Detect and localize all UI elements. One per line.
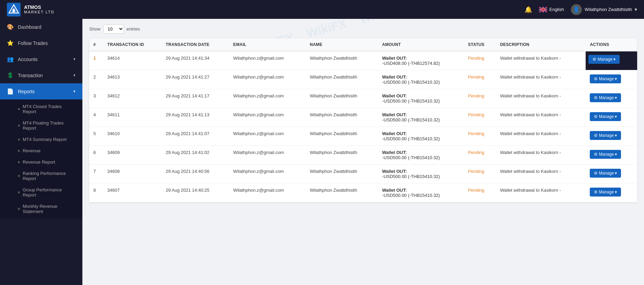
col-num: # (89, 38, 103, 51)
table-row: 4 34611 29 Aug 2021 14:41:13 Wilathphon.… (89, 108, 637, 127)
dot-icon (18, 161, 20, 163)
cell-email: Wilathphon.z@gmail.com (229, 108, 306, 127)
col-actions: ACTIONS (586, 38, 637, 51)
topbar-right: 🔔 English 👤 Wilathphon Zwattdhisith ▾ (525, 4, 637, 15)
manage-button[interactable]: ⚙ Manage ▾ (590, 150, 621, 159)
submenu-mt4-floating[interactable]: MT4 Floating Trades Report (0, 117, 82, 134)
cell-email: Wilathphon.z@gmail.com (229, 127, 306, 146)
cell-email: Wilathphon.z@gmail.com (229, 51, 306, 70)
col-name: NAME (306, 38, 378, 51)
cell-amount: Wallet OUT: -USD500.00 (-THB15410.32) (378, 183, 464, 202)
cell-status: Pending (464, 165, 496, 183)
table-row: 5 34610 29 Aug 2021 14:41:07 Wilathphon.… (89, 127, 637, 146)
sidebar-item-follow-trades[interactable]: ⭐ Follow Trades (0, 35, 82, 51)
manage-button[interactable]: ⚙ Manage ▾ (590, 131, 621, 140)
cell-num: 8 (89, 183, 103, 202)
submenu-mt4-summary[interactable]: MT4 Summary Report (0, 134, 82, 145)
cell-transaction-date: 29 Aug 2021 14:41:13 (162, 108, 229, 127)
bell-icon[interactable]: 🔔 (525, 6, 532, 13)
sidebar-item-label: Follow Trades (18, 40, 76, 46)
cell-num: 3 (89, 89, 103, 108)
manage-button[interactable]: ⚙ Manage ▾ (590, 169, 621, 178)
dashboard-icon: 🎨 (7, 24, 14, 30)
table-row: 1 34614 29 Aug 2021 14:41:34 Wilathphon.… (89, 51, 637, 70)
cell-actions: ⚙ Manage ▾ (586, 146, 637, 165)
sidebar-item-reports[interactable]: 📄 Reports ▾ (0, 83, 82, 99)
user-chevron: ▾ (635, 7, 637, 12)
dot-icon (18, 108, 20, 110)
cell-actions: ⚙ Manage ▾ (586, 51, 637, 70)
submenu-group-performance[interactable]: Group Performance Report (0, 184, 82, 201)
cell-email: Wilathphon.z@gmail.com (229, 89, 306, 108)
submenu-ranking-performance[interactable]: Ranking Performance Report (0, 168, 82, 184)
cell-num: 5 (89, 127, 103, 146)
cell-description: Wallet withdrawal to Kasikorn - (496, 70, 586, 89)
dot-icon (18, 124, 20, 127)
cell-description: Wallet withdrawal to Kasikorn - (496, 183, 586, 202)
logo-icon (7, 3, 21, 16)
manage-button[interactable]: ⚙ Manage ▾ (588, 55, 620, 64)
user-avatar: 👤 (571, 4, 582, 15)
language-label: English (549, 7, 564, 12)
user-info[interactable]: 👤 Wilathphon Zwattdhisith ▾ (571, 4, 637, 15)
cell-description: Wallet withdrawal to Kasikorn - (496, 146, 586, 165)
show-entries-row: Show 10 25 50 100 entries (89, 24, 637, 34)
cell-num: 7 (89, 165, 103, 183)
entries-label: entries (127, 26, 140, 32)
col-transaction-id: TRANSACTION ID (103, 38, 162, 51)
sidebar-item-transaction[interactable]: 💲 Transaction ▾ (0, 67, 82, 83)
entries-select[interactable]: 10 25 50 100 (103, 24, 124, 34)
sidebar-item-accounts[interactable]: 👥 Accounts ▾ (0, 51, 82, 67)
col-email: EMAIL (229, 38, 306, 51)
cell-transaction-id: 34614 (103, 51, 162, 70)
table-header-row: # TRANSACTION ID TRANSACTION DATE EMAIL … (89, 38, 637, 51)
cell-transaction-id: 34608 (103, 165, 162, 183)
logo-text: ATMOS MARKET LTD (24, 4, 55, 15)
table-row: 2 34613 29 Aug 2021 14:41:27 Wilathphon.… (89, 70, 637, 89)
cell-name: Wilathphon Zwattdhisith (306, 183, 378, 202)
cell-status: Pending (464, 89, 496, 108)
flag-icon (539, 7, 547, 12)
logo: ATMOS MARKET LTD (7, 3, 55, 16)
sidebar-item-dashboard[interactable]: 🎨 Dashboard (0, 19, 82, 35)
accounts-chevron: ▾ (73, 57, 76, 61)
cell-amount: Wallet OUT: -USD500.00 (-THB15410.32) (378, 108, 464, 127)
cell-description: Wallet withdrawal to Kasikorn - (496, 165, 586, 183)
cell-transaction-id: 34607 (103, 183, 162, 202)
manage-button[interactable]: ⚙ Manage ▾ (590, 74, 621, 83)
svg-rect-3 (13, 9, 15, 12)
table-row: 3 34612 29 Aug 2021 14:41:17 Wilathphon.… (89, 89, 637, 108)
col-amount: AMOUNT (378, 38, 464, 51)
main-content: WikiFX WikiFX WikiFX WikiFX WikiFX WikiF… (82, 19, 644, 285)
cell-amount: Wallet OUT: -USD500.00 (-THB15410.32) (378, 165, 464, 183)
cell-num: 6 (89, 146, 103, 165)
cell-name: Wilathphon Zwattdhisith (306, 165, 378, 183)
manage-button[interactable]: ⚙ Manage ▾ (590, 188, 621, 197)
cell-name: Wilathphon Zwattdhisith (306, 127, 378, 146)
cell-num: 4 (89, 108, 103, 127)
cell-actions: ⚙ Manage ▾ (586, 89, 637, 108)
cell-email: Wilathphon.z@gmail.com (229, 146, 306, 165)
manage-button[interactable]: ⚙ Manage ▾ (590, 93, 621, 102)
cell-description: Wallet withdrawal to Kasikorn - (496, 51, 586, 70)
cell-amount: Wallet OUT: -USD500.00 (-THB15410.32) (378, 89, 464, 108)
table-row: 7 34608 29 Aug 2021 14:40:56 Wilathphon.… (89, 165, 637, 183)
cell-transaction-date: 29 Aug 2021 14:40:56 (162, 165, 229, 183)
cell-actions: ⚙ Manage ▾ (586, 165, 637, 183)
submenu-monthly-revenue[interactable]: Monthly Revenue Statement (0, 201, 82, 217)
cell-status: Pending (464, 146, 496, 165)
manage-button[interactable]: ⚙ Manage ▾ (590, 112, 621, 121)
show-label: Show (89, 26, 101, 32)
submenu-mt4-closed[interactable]: MT4 Closed Trades Report (0, 101, 82, 117)
submenu-revenue-report[interactable]: Revenue Report (0, 156, 82, 168)
cell-amount: Wallet OUT: -USD408.00 (-THB12574.82) (378, 51, 464, 70)
topbar: ATMOS MARKET LTD 🔔 English 👤 Wilathphon … (0, 0, 644, 19)
language-selector[interactable]: English (539, 7, 564, 12)
cell-num: 1 (89, 51, 103, 70)
cell-transaction-id: 34609 (103, 146, 162, 165)
main-layout: 🎨 Dashboard ⭐ Follow Trades 👥 Accounts ▾… (0, 19, 644, 285)
submenu-revenue[interactable]: Revenue (0, 145, 82, 156)
col-status: STATUS (464, 38, 496, 51)
transaction-icon: 💲 (7, 72, 14, 79)
cell-description: Wallet withdrawal to Kasikorn - (496, 127, 586, 146)
